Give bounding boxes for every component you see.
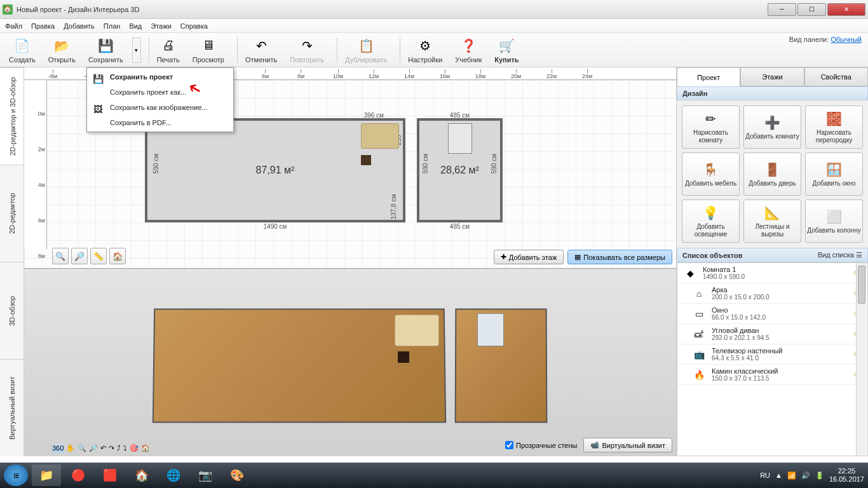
- save-menu-item[interactable]: Сохранить в PDF...: [87, 115, 233, 130]
- rotate-right-button[interactable]: ↷: [109, 444, 114, 452]
- show-dims-button[interactable]: ▦ Показывать все размеры: [567, 250, 672, 264]
- design-btn-нарисовать-комнату[interactable]: ✏Нарисовать комнату: [682, 105, 740, 149]
- object-item[interactable]: ◆Комната 11490.0 x 590.0👁: [677, 263, 867, 283]
- design-btn-нарисовать-перегородку[interactable]: 🧱Нарисовать перегородку: [805, 105, 863, 149]
- menu-план[interactable]: План: [104, 22, 121, 30]
- pan-button[interactable]: ✋: [66, 444, 75, 452]
- save-menu-item[interactable]: 🖼Сохранить как изображение...: [87, 100, 233, 115]
- дублировать-icon: 📋: [357, 37, 375, 55]
- menu-справка[interactable]: Справка: [180, 22, 208, 30]
- dim-label: 1490 см: [264, 223, 287, 230]
- chrome-icon[interactable]: 🌐: [159, 464, 188, 486]
- tilt-down-button[interactable]: ⤵: [123, 444, 127, 452]
- right-tab-этажи[interactable]: Этажи: [740, 67, 804, 86]
- design-btn-добавить-колонну[interactable]: ⬜Добавить колонну: [805, 200, 863, 243]
- object-item[interactable]: ▭Окно66.0 x 15.0 x 142.0👁: [677, 304, 867, 324]
- objects-view-toggle[interactable]: Вид списка ☰: [818, 251, 862, 259]
- tray-network-icon[interactable]: 📶: [787, 471, 796, 480]
- tilt-up-button[interactable]: ⤴: [117, 444, 121, 452]
- furniture-bed-icon[interactable]: [448, 123, 472, 154]
- toolbar-учебник-button[interactable]: ❓Учебник: [451, 36, 485, 65]
- viewer-icon[interactable]: 📷: [191, 464, 220, 486]
- room-1[interactable]: 87,91 м² 396 см 1490 см 590 см 137,8 см …: [145, 118, 405, 222]
- paint-icon[interactable]: 🎨: [222, 464, 252, 486]
- tray-battery-icon[interactable]: 🔋: [815, 471, 824, 480]
- vertical-ruler: 0м2м4м6м8м: [24, 80, 47, 249]
- furniture-sofa-icon[interactable]: [361, 123, 399, 149]
- tray-volume-icon[interactable]: 🔊: [801, 471, 810, 480]
- left-tab-2[interactable]: 3D-обзор: [0, 262, 24, 359]
- design-btn-добавить-окно[interactable]: 🪟Добавить окно: [805, 152, 863, 196]
- design-btn-добавить-освещение[interactable]: 💡Добавить освещение: [682, 200, 740, 243]
- transparent-walls-checkbox[interactable]: Прозрачные стены: [505, 441, 577, 449]
- zoom-out-button[interactable]: 🔍: [52, 248, 69, 264]
- furniture-tv-icon[interactable]: [361, 155, 371, 165]
- toolbar-печать-button[interactable]: 🖨Печать: [153, 36, 184, 65]
- object-item[interactable]: 📺Телевизор настенный64.3 x 5.5 x 41.0👁: [677, 344, 867, 365]
- toolbar-создать-button[interactable]: 📄Создать: [5, 36, 39, 65]
- left-tab-0[interactable]: 2D-редактор и 3D-обзор: [0, 67, 24, 165]
- plan-right-buttons: ✚ Добавить этаж ▦ Показывать все размеры: [494, 250, 672, 264]
- save-menu-item[interactable]: 💾Сохранить проект: [87, 69, 233, 85]
- object-icon: 🛋: [690, 327, 708, 341]
- yandex-icon[interactable]: 🔴: [64, 464, 93, 486]
- taskbar: ⊞ 📁 🔴 🟥 🏠 🌐 📷 🎨 RU ▲ 📶 🔊 🔋 22:25 16.05.2…: [0, 463, 868, 488]
- zoom-in-button[interactable]: 🔎: [71, 248, 88, 264]
- add-floor-button[interactable]: ✚ Добавить этаж: [494, 250, 564, 264]
- home-3d-button[interactable]: 🏠: [141, 444, 150, 452]
- toolbar-открыть-button[interactable]: 📂Открыть: [44, 36, 79, 65]
- explorer-icon[interactable]: 📁: [32, 464, 61, 486]
- toolbar-купить-button[interactable]: 🛒Купить: [491, 36, 522, 65]
- save-menu-item[interactable]: Сохранить проект как...: [87, 85, 233, 100]
- save-dropdown-button[interactable]: ▾: [132, 37, 141, 63]
- design-icon: 📐: [764, 204, 782, 222]
- orbit-button[interactable]: 360: [52, 444, 64, 452]
- panel-mode-link[interactable]: Обычный: [831, 36, 862, 43]
- language-indicator[interactable]: RU: [760, 471, 770, 479]
- zoom-in-3d-button[interactable]: 🔎: [89, 444, 98, 452]
- start-button[interactable]: ⊞: [4, 464, 28, 486]
- 3d-view-area[interactable]: 360 ✋ 🔍 🔎 ↶ ↷ ⤴ ⤵ 🎯 🏠 Прозрачные стены 📹…: [24, 268, 676, 456]
- toolbar-separator: [149, 37, 149, 63]
- menu-правка[interactable]: Правка: [31, 22, 55, 30]
- rotate-left-button[interactable]: ↶: [100, 444, 106, 452]
- design-header: Дизайн: [677, 86, 868, 100]
- design-btn-добавить-дверь[interactable]: 🚪Добавить дверь: [743, 152, 801, 196]
- design-btn-лестницы-и-вырезы[interactable]: 📐Лестницы и вырезы: [743, 200, 801, 243]
- yandex-browser-icon[interactable]: 🟥: [95, 464, 125, 486]
- virtual-tour-button[interactable]: 📹 Виртуальный визит: [583, 438, 672, 452]
- right-tab-свойства[interactable]: Свойства: [804, 67, 868, 86]
- left-tab-1[interactable]: 2D-редактор: [0, 165, 24, 262]
- dim-label: 590 см: [153, 154, 159, 173]
- toolbar-настройки-button[interactable]: ⚙Настройки: [404, 36, 446, 65]
- object-item[interactable]: 🛋Угловой диван292.0 x 202.1 x 94.5👁: [677, 324, 867, 344]
- maximize-button[interactable]: ☐: [797, 3, 826, 16]
- design-btn-добавить-мебель[interactable]: 🪑Добавить мебель: [682, 152, 740, 196]
- system-tray: RU ▲ 📶 🔊 🔋 22:25 16.05.2017: [760, 467, 864, 484]
- menu-вид[interactable]: Вид: [129, 22, 142, 30]
- toolbar-сохранить-button[interactable]: 💾Сохранить: [85, 36, 127, 65]
- object-item[interactable]: ⌂Арка200.0 x 15.0 x 200.0👁: [677, 283, 867, 304]
- right-tab-проект[interactable]: Проект: [677, 67, 740, 86]
- menu-добавить[interactable]: Добавить: [64, 22, 95, 30]
- app-taskbar-icon[interactable]: 🏠: [127, 464, 156, 486]
- tray-flag-icon[interactable]: ▲: [775, 471, 782, 479]
- close-button[interactable]: ✕: [827, 3, 865, 16]
- room-2[interactable]: 28,62 м² 485 см 485 см 590 см 590 см: [417, 118, 503, 222]
- design-btn-добавить-комнату[interactable]: ➕Добавить комнату: [743, 105, 801, 149]
- design-icon: 🧱: [825, 110, 843, 128]
- dim-label: 137,8 см: [391, 194, 398, 220]
- zoom-out-3d-button[interactable]: 🔍: [78, 444, 86, 452]
- home-button[interactable]: 🏠: [109, 248, 126, 264]
- target-button[interactable]: 🎯: [130, 444, 139, 452]
- measure-button[interactable]: 📏: [90, 248, 107, 264]
- toolbar-просмотр-button[interactable]: 🖥Просмотр: [189, 36, 228, 65]
- scrollbar[interactable]: [856, 263, 867, 456]
- menu-файл[interactable]: Файл: [5, 22, 22, 30]
- object-item[interactable]: 🔥Камин классический150.0 x 37.0 x 113.5👁: [677, 365, 867, 385]
- left-tab-3[interactable]: Виртуальный визит: [0, 359, 24, 456]
- menu-этажи[interactable]: Этажи: [151, 22, 171, 30]
- tray-clock[interactable]: 22:25 16.05.2017: [829, 467, 864, 484]
- minimize-button[interactable]: ─: [768, 3, 796, 16]
- toolbar-отменить-button[interactable]: ↶Отменить: [241, 36, 281, 65]
